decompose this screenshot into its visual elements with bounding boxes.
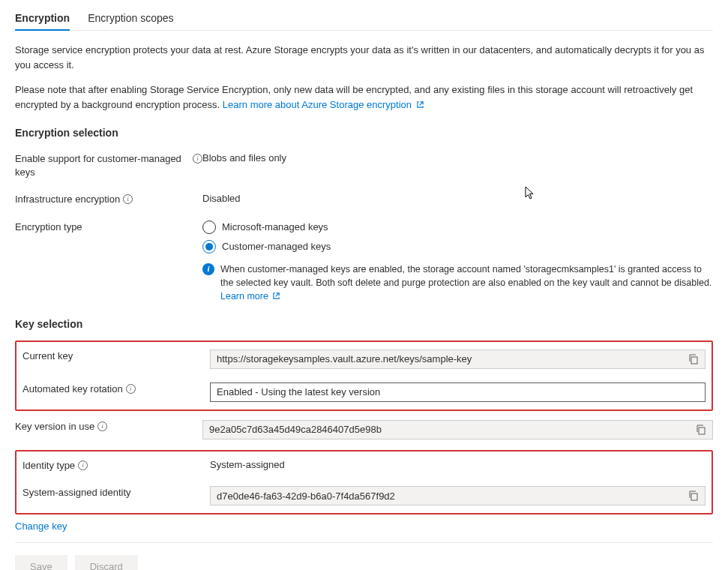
info-icon[interactable]: i [123,194,133,204]
row-sys-identity: System-assigned identity d7e0de46-fa63-4… [22,483,706,506]
tab-encryption-scopes[interactable]: Encryption scopes [88,8,173,30]
learn-more-storage-encryption-link[interactable]: Learn more about Azure Storage encryptio… [223,99,424,110]
intro-text: Storage service encryption protects your… [15,43,713,112]
info-icon[interactable]: i [97,422,107,431]
copy-icon[interactable] [688,490,699,501]
encryption-type-radio-group: Microsoft-managed keys Customer-managed … [202,220,713,303]
section-encryption-selection: Encryption selection [15,127,713,139]
section-key-selection: Key selection [15,318,713,330]
change-key-link[interactable]: Change key [15,520,67,532]
field-current-key: https://storagekeysamples.vault.azure.ne… [210,350,706,369]
info-icon[interactable]: i [193,154,202,164]
row-current-key: Current key https://storagekeysamples.va… [22,346,706,369]
info-bubble-icon: i [202,263,214,275]
svg-rect-1 [699,428,705,434]
cmk-info-note: i When customer-managed keys are enabled… [202,262,713,303]
learn-more-cmk-link[interactable]: Learn more [220,291,280,302]
radio-customer-managed-keys[interactable]: Customer-managed keys [202,240,713,254]
field-sys-identity: d7e0de46-fa63-42d9-b6a0-7f4da567f9d2 [210,486,706,506]
divider [15,542,713,543]
intro-paragraph-1: Storage service encryption protects your… [15,43,713,72]
info-icon[interactable]: i [78,460,88,470]
external-link-icon [416,100,424,109]
label-encryption-type: Encryption type [15,220,82,234]
copy-icon[interactable] [688,354,699,364]
intro-paragraph-2: Please note that after enabling Storage … [15,82,713,112]
label-cmk-support: Enable support for customer-managed keys [15,152,190,179]
tabs: Encryption Encryption scopes [15,8,713,31]
external-link-icon [272,292,280,300]
svg-rect-2 [691,494,697,500]
radio-circle-icon [202,220,216,234]
value-cmk-support: Blobs and files only [202,149,713,164]
copy-icon[interactable] [696,424,706,435]
highlight-identity-settings: Identity type i System-assigned System-a… [15,450,713,514]
radio-circle-selected-icon [202,240,216,254]
label-identity-type: Identity type [22,459,75,472]
save-button[interactable]: Save [15,555,67,570]
label-sys-identity: System-assigned identity [22,486,131,500]
button-row: Save Discard [15,555,713,570]
discard-button[interactable]: Discard [75,555,138,570]
tab-encryption[interactable]: Encryption [15,8,70,30]
svg-rect-0 [691,357,697,364]
highlight-key-settings: Current key https://storagekeysamples.va… [15,340,713,411]
row-key-version: Key version in use i 9e2a05c7d63a45d49ca… [15,417,713,440]
label-key-version: Key version in use [15,420,94,434]
label-infra-encryption: Infrastructure encryption [15,193,120,206]
label-current-key: Current key [22,350,73,363]
row-auto-rotation: Automated key rotation i [22,380,706,402]
info-icon[interactable]: i [126,384,136,394]
input-auto-rotation[interactable] [210,382,706,402]
row-encryption-type: Encryption type Microsoft-managed keys C… [15,218,713,303]
row-infra-encryption: Infrastructure encryption i Disabled [15,190,713,206]
value-identity-type: System-assigned [210,456,706,470]
field-key-version: 9e2a05c7d63a45d49ca2846407d5e98b [202,420,713,440]
row-identity-type: Identity type i System-assigned [22,456,706,472]
label-auto-rotation: Automated key rotation [22,382,123,396]
row-cmk-support: Enable support for customer-managed keys… [15,149,713,179]
radio-microsoft-managed-keys[interactable]: Microsoft-managed keys [202,220,713,234]
value-infra-encryption: Disabled [202,190,713,204]
